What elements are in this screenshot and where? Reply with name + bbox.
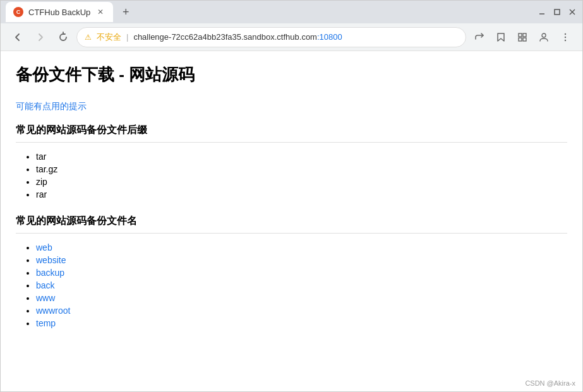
- watermark: CSDN @Akira-x: [525, 379, 575, 387]
- list-item: tar.gz: [36, 164, 567, 174]
- title-bar: C CTFHub BackUp ✕ +: [1, 1, 582, 23]
- address-separator: |: [126, 32, 128, 42]
- new-tab-button[interactable]: +: [117, 3, 135, 21]
- address-host: challenge-72cc62a4bb23fa35.sandbox.ctfhu…: [133, 32, 317, 42]
- maximize-button[interactable]: [552, 7, 562, 17]
- browser-tab[interactable]: C CTFHub BackUp ✕: [6, 2, 113, 22]
- tab-close-button[interactable]: ✕: [95, 7, 105, 17]
- profile-icon[interactable]: [534, 28, 553, 47]
- list-item[interactable]: web: [36, 242, 567, 252]
- section-filenames-divider: [16, 233, 567, 234]
- filename-link-backup[interactable]: backup: [36, 268, 64, 278]
- filename-link-wwwroot[interactable]: wwwroot: [36, 306, 70, 316]
- svg-rect-4: [519, 33, 522, 37]
- extensions-icon[interactable]: [513, 28, 532, 47]
- filename-link-back[interactable]: back: [36, 280, 55, 290]
- section-filenames: 常见的网站源码备份文件名 web website backup back www…: [16, 215, 567, 328]
- share-icon[interactable]: [470, 28, 489, 47]
- back-button[interactable]: [8, 28, 27, 47]
- nav-bar: ⚠ 不安全 | challenge-72cc62a4bb23fa35.sandb…: [1, 23, 582, 51]
- filenames-list: web website backup back www wwwroot temp: [16, 242, 567, 328]
- forward-button[interactable]: [31, 28, 50, 47]
- list-item[interactable]: back: [36, 280, 567, 290]
- list-item[interactable]: www: [36, 293, 567, 303]
- bookmark-icon[interactable]: [491, 28, 510, 47]
- list-item[interactable]: website: [36, 255, 567, 265]
- more-options-icon[interactable]: [556, 28, 575, 47]
- close-button[interactable]: [567, 7, 577, 17]
- section-filenames-heading: 常见的网站源码备份文件名: [16, 215, 567, 228]
- security-label: 不安全: [97, 32, 121, 43]
- address-text: challenge-72cc62a4bb23fa35.sandbox.ctfhu…: [133, 32, 458, 42]
- address-port: :10800: [317, 32, 342, 42]
- filename-link-website[interactable]: website: [36, 255, 66, 265]
- reload-button[interactable]: [54, 28, 73, 47]
- tab-title: CTFHub BackUp: [28, 8, 90, 17]
- filename-link-temp[interactable]: temp: [36, 318, 56, 328]
- nav-actions: [470, 28, 575, 47]
- svg-rect-1: [555, 9, 560, 15]
- svg-point-11: [565, 39, 566, 40]
- list-item[interactable]: temp: [36, 318, 567, 328]
- tab-favicon: C: [13, 7, 23, 17]
- list-item: rar: [36, 189, 567, 199]
- security-icon: ⚠: [85, 33, 92, 42]
- section-extensions-divider: [16, 142, 567, 143]
- title-bar-left: C CTFHub BackUp ✕ +: [6, 2, 135, 22]
- svg-point-8: [542, 33, 546, 37]
- address-bar[interactable]: ⚠ 不安全 | challenge-72cc62a4bb23fa35.sandb…: [76, 27, 466, 47]
- page-title: 备份文件下载 - 网站源码: [16, 64, 567, 86]
- list-item[interactable]: backup: [36, 268, 567, 278]
- filename-link-www[interactable]: www: [36, 293, 55, 303]
- filename-link-web[interactable]: web: [36, 242, 52, 252]
- svg-rect-7: [523, 38, 526, 41]
- hint-link[interactable]: 可能有点用的提示: [16, 101, 567, 112]
- page-content: 备份文件下载 - 网站源码 可能有点用的提示 常见的网站源码备份文件后缀 tar…: [1, 51, 582, 391]
- section-extensions-heading: 常见的网站源码备份文件后缀: [16, 124, 567, 137]
- browser-frame: C CTFHub BackUp ✕ +: [0, 0, 583, 392]
- svg-rect-6: [519, 38, 522, 41]
- svg-point-9: [565, 33, 566, 34]
- minimize-button[interactable]: [537, 7, 547, 17]
- list-item[interactable]: wwwroot: [36, 306, 567, 316]
- svg-rect-5: [523, 33, 526, 37]
- section-extensions: 常见的网站源码备份文件后缀 tar tar.gz zip rar: [16, 124, 567, 199]
- extensions-list: tar tar.gz zip rar: [16, 151, 567, 199]
- svg-point-10: [565, 36, 566, 37]
- list-item: zip: [36, 177, 567, 187]
- list-item: tar: [36, 151, 567, 162]
- window-controls: [537, 7, 577, 17]
